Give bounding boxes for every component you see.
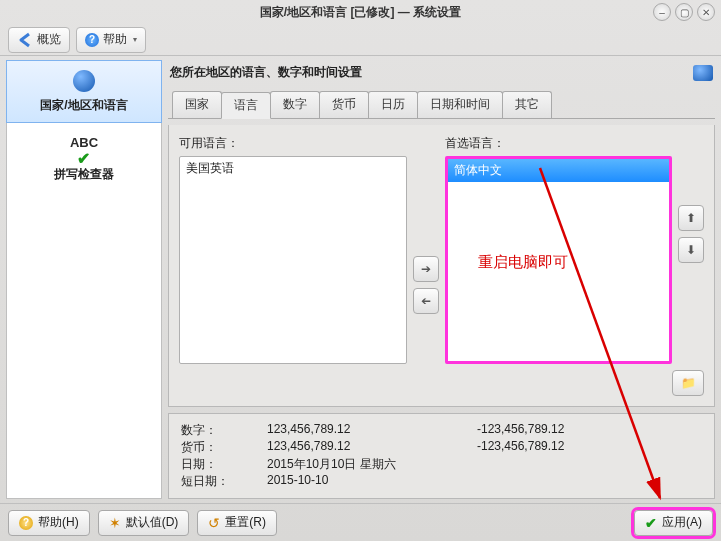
list-item[interactable]: 美国英语 xyxy=(180,157,406,180)
toolbar: 概览 ? 帮助 ▾ xyxy=(0,24,721,56)
annotation-text: 重启电脑即可 xyxy=(478,253,568,272)
chevron-down-icon: ▾ xyxy=(133,35,137,44)
preview-key: 数字： xyxy=(181,422,267,439)
tab-bar: 国家 语言 数字 货币 日历 日期和时间 其它 xyxy=(168,91,715,119)
preview-row: 短日期： 2015-10-10 xyxy=(181,473,702,490)
button-label: 重置(R) xyxy=(225,514,266,531)
tab-datetime[interactable]: 日期和时间 xyxy=(417,91,503,118)
tab-currency[interactable]: 货币 xyxy=(319,91,369,118)
main-pane: 您所在地区的语言、数字和时间设置 国家 语言 数字 货币 日历 日期和时间 其它… xyxy=(168,60,715,499)
sidebar-item-label: 拼写检查器 xyxy=(11,166,157,183)
button-label: 默认值(D) xyxy=(126,514,179,531)
list-item[interactable]: 简体中文 xyxy=(448,159,670,182)
preferred-languages-label: 首选语言： xyxy=(445,135,673,152)
spellcheck-icon: ABC✔ xyxy=(68,130,100,154)
reset-languages-button[interactable]: 📁 xyxy=(672,370,704,396)
preferred-languages-list[interactable]: 简体中文 重启电脑即可 xyxy=(445,156,673,364)
maximize-button[interactable]: ▢ xyxy=(675,3,693,21)
button-label: 应用(A) xyxy=(662,514,702,531)
back-arrow-icon xyxy=(17,32,33,48)
arrow-up-icon: ⬆ xyxy=(686,211,696,225)
language-tab-content: 可用语言： 美国英语 ➔ ➔ 首选语言： 简体中文 重启电脑即可 xyxy=(168,125,715,407)
defaults-button[interactable]: ✶ 默认值(D) xyxy=(98,510,190,536)
sidebar-item-locale[interactable]: 国家/地区和语言 xyxy=(6,60,162,123)
help-icon: ? xyxy=(19,516,33,530)
preview-value: 2015年10月10日 星期六 xyxy=(267,456,477,473)
bottom-button-bar: ? 帮助(H) ✶ 默认值(D) ↺ 重置(R) ✔ 应用(A) xyxy=(0,503,721,541)
reset-icon: ↺ xyxy=(208,515,220,531)
preview-key: 短日期： xyxy=(181,473,267,490)
tab-numbers[interactable]: 数字 xyxy=(270,91,320,118)
preview-key: 货币： xyxy=(181,439,267,456)
help-icon: ? xyxy=(85,33,99,47)
available-languages-label: 可用语言： xyxy=(179,135,407,152)
preview-row: 日期： 2015年10月10日 星期六 xyxy=(181,456,702,473)
tab-country[interactable]: 国家 xyxy=(172,91,222,118)
arrow-down-icon: ⬇ xyxy=(686,243,696,257)
available-languages-list[interactable]: 美国英语 xyxy=(179,156,407,364)
format-preview: 数字： 123,456,789.12 -123,456,789.12 货币： 1… xyxy=(168,413,715,499)
arrow-right-icon: ➔ xyxy=(421,262,431,276)
move-down-button[interactable]: ⬇ xyxy=(678,237,704,263)
minimize-button[interactable]: – xyxy=(653,3,671,21)
preview-value: -123,456,789.12 xyxy=(477,439,564,456)
reset-button[interactable]: ↺ 重置(R) xyxy=(197,510,277,536)
sidebar: 国家/地区和语言 ABC✔ 拼写检查器 xyxy=(6,60,162,499)
help-label: 帮助 xyxy=(103,31,127,48)
preview-key: 日期： xyxy=(181,456,267,473)
close-button[interactable]: ✕ xyxy=(697,3,715,21)
arrow-left-icon: ➔ xyxy=(421,294,431,308)
sidebar-item-label: 国家/地区和语言 xyxy=(11,97,157,114)
overview-label: 概览 xyxy=(37,31,61,48)
defaults-icon: ✶ xyxy=(109,515,121,531)
help-dropdown-button[interactable]: ? 帮助 ▾ xyxy=(76,27,146,53)
globe-icon xyxy=(693,65,713,81)
move-right-button[interactable]: ➔ xyxy=(413,256,439,282)
page-heading: 您所在地区的语言、数字和时间设置 xyxy=(170,64,693,81)
title-bar: 国家/地区和语言 [已修改] — 系统设置 – ▢ ✕ xyxy=(0,0,721,24)
apply-button[interactable]: ✔ 应用(A) xyxy=(634,510,713,536)
move-left-button[interactable]: ➔ xyxy=(413,288,439,314)
check-icon: ✔ xyxy=(645,515,657,531)
globe-flag-icon xyxy=(68,69,100,93)
overview-button[interactable]: 概览 xyxy=(8,27,70,53)
help-button[interactable]: ? 帮助(H) xyxy=(8,510,90,536)
preview-value: -123,456,789.12 xyxy=(477,422,564,439)
tab-calendar[interactable]: 日历 xyxy=(368,91,418,118)
tab-other[interactable]: 其它 xyxy=(502,91,552,118)
preview-value: 123,456,789.12 xyxy=(267,422,477,439)
tab-language[interactable]: 语言 xyxy=(221,92,271,119)
folder-reset-icon: 📁 xyxy=(681,376,696,390)
preview-value: 2015-10-10 xyxy=(267,473,477,490)
preview-row: 货币： 123,456,789.12 -123,456,789.12 xyxy=(181,439,702,456)
preview-row: 数字： 123,456,789.12 -123,456,789.12 xyxy=(181,422,702,439)
button-label: 帮助(H) xyxy=(38,514,79,531)
sidebar-item-spellcheck[interactable]: ABC✔ 拼写检查器 xyxy=(7,122,161,191)
move-up-button[interactable]: ⬆ xyxy=(678,205,704,231)
window-title: 国家/地区和语言 [已修改] — 系统设置 xyxy=(260,4,461,21)
preview-value: 123,456,789.12 xyxy=(267,439,477,456)
